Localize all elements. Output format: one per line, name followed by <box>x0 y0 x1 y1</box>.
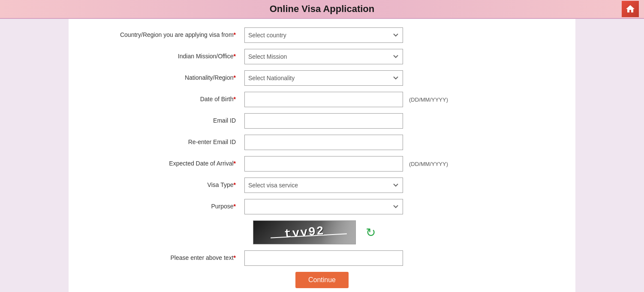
captcha-input[interactable] <box>244 250 403 266</box>
top-header: Online Visa Application <box>0 0 644 19</box>
page-wrapper: Online Visa Application Country/Region y… <box>0 0 644 292</box>
reenter-email-label: Re-enter Email ID <box>86 138 244 147</box>
visa-type-label: Visa Type* <box>86 181 244 190</box>
purpose-select[interactable] <box>244 199 403 214</box>
reenter-email-row: Re-enter Email ID <box>86 135 558 150</box>
purpose-required-star: * <box>234 203 236 210</box>
visa-type-select[interactable]: Select visa service <box>244 178 403 193</box>
arrival-row: Expected Date of Arrival* (DD/MM/YYYY) <box>86 156 558 172</box>
email-row: Email ID <box>86 113 558 129</box>
arrival-required-star: * <box>234 160 236 167</box>
country-select[interactable]: Select country <box>244 27 403 43</box>
mission-required-star: * <box>234 53 236 60</box>
arrival-input[interactable] <box>244 156 403 172</box>
mission-label: Indian Mission/Office* <box>86 52 244 61</box>
email-input[interactable] <box>244 113 403 129</box>
visa-type-required-star: * <box>234 181 236 188</box>
captcha-row: tvv92 ↻ <box>86 220 558 244</box>
main-content: Country/Region you are applying visa fro… <box>69 19 575 292</box>
visa-type-row: Visa Type* Select visa service <box>86 178 558 193</box>
purpose-row: Purpose* <box>86 199 558 214</box>
reenter-email-input[interactable] <box>244 135 403 150</box>
arrival-hint: (DD/MM/YYYY) <box>409 161 448 167</box>
nationality-row: Nationality/Region* Select Nationality <box>86 70 558 86</box>
dob-input[interactable] <box>244 92 403 107</box>
continue-row: Continue <box>86 272 558 288</box>
refresh-captcha-button[interactable]: ↻ <box>364 226 377 239</box>
continue-button[interactable]: Continue <box>295 272 349 288</box>
dob-label: Date of Birth* <box>86 95 244 104</box>
country-label: Country/Region you are applying visa fro… <box>86 31 244 39</box>
captcha-image: tvv92 <box>253 220 356 244</box>
home-svg-icon <box>625 4 635 14</box>
captcha-input-label: Please enter above text* <box>86 254 244 262</box>
nationality-select[interactable]: Select Nationality <box>244 70 403 86</box>
page-title: Online Visa Application <box>0 3 644 15</box>
arrival-label: Expected Date of Arrival* <box>86 160 244 168</box>
home-icon[interactable] <box>622 1 639 17</box>
captcha-input-row: Please enter above text* <box>86 250 558 266</box>
nationality-label: Nationality/Region* <box>86 74 244 82</box>
captcha-display-text: tvv92 <box>284 224 325 241</box>
email-label: Email ID <box>86 117 244 125</box>
mission-row: Indian Mission/Office* Select Mission <box>86 49 558 64</box>
dob-hint: (DD/MM/YYYY) <box>409 96 448 103</box>
captcha-gradient <box>321 221 355 244</box>
captcha-required-star: * <box>234 254 236 261</box>
dob-required-star: * <box>234 96 236 102</box>
dob-row: Date of Birth* (DD/MM/YYYY) <box>86 92 558 107</box>
country-required-star: * <box>234 31 236 38</box>
mission-select[interactable]: Select Mission <box>244 49 403 64</box>
purpose-label: Purpose* <box>86 202 244 211</box>
nationality-required-star: * <box>234 74 236 81</box>
country-row: Country/Region you are applying visa fro… <box>86 27 558 43</box>
